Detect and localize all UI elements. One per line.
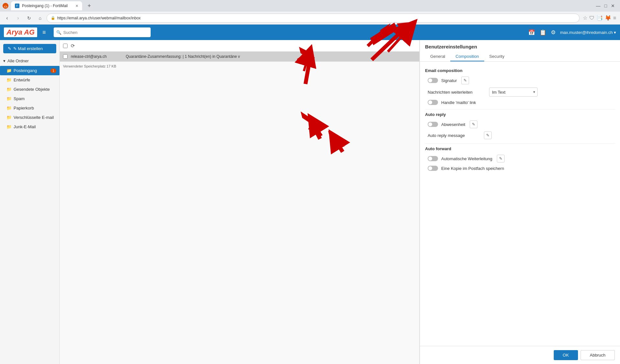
star-icon[interactable]: ☆ bbox=[583, 15, 587, 21]
back-button[interactable]: ‹ bbox=[3, 14, 12, 23]
sidebar-item-junk[interactable]: 📁 Junk-E-Mail bbox=[0, 122, 59, 131]
tab-composition[interactable]: Composition bbox=[450, 52, 484, 61]
cancel-button[interactable]: Abbruch bbox=[581, 350, 615, 360]
bookmark-icon[interactable]: 📑 bbox=[596, 15, 603, 21]
folder-label: Gesendete Objekte bbox=[14, 87, 50, 92]
folder-badge: 1 bbox=[50, 68, 56, 73]
settings-body: Email composition Signatur ✎ Nachrichten… bbox=[420, 62, 620, 346]
menu-icon[interactable]: ≡ bbox=[613, 15, 616, 21]
folder-icon: 📁 bbox=[6, 68, 12, 73]
folder-label: Spam bbox=[14, 96, 25, 101]
user-menu[interactable]: max.muster@ihredomain.ch ▾ bbox=[560, 30, 616, 35]
auto-reply-message-edit-button[interactable]: ✎ bbox=[484, 131, 492, 139]
topbar-right: 📅 📋 ⚙ max.muster@ihredomain.ch ▾ bbox=[528, 29, 616, 36]
logo: Arya AG bbox=[4, 27, 37, 37]
folder-label: Posteingang bbox=[14, 68, 37, 73]
folder-icon: 📁 bbox=[6, 96, 12, 101]
sidebar-item-entwuerfe[interactable]: 📁 Entwürfe bbox=[0, 75, 59, 85]
search-input[interactable] bbox=[54, 27, 151, 37]
signature-label: Signatur bbox=[441, 78, 457, 83]
abwesenheit-edit-button[interactable]: ✎ bbox=[470, 120, 477, 128]
tab-close-button[interactable]: × bbox=[76, 3, 78, 8]
abwesenheit-label: Abwesenheit bbox=[441, 122, 465, 127]
ok-button[interactable]: OK bbox=[554, 350, 578, 360]
home-button[interactable]: ⌂ bbox=[36, 14, 45, 23]
window-maximize-button[interactable]: □ bbox=[604, 3, 607, 8]
forward-button[interactable]: › bbox=[14, 14, 23, 23]
automatische-toggle[interactable] bbox=[428, 156, 438, 161]
tab-security[interactable]: Security bbox=[484, 52, 510, 61]
tab-general[interactable]: General bbox=[425, 52, 450, 61]
reload-button[interactable]: ↻ bbox=[25, 14, 34, 23]
automatische-edit-button[interactable]: ✎ bbox=[497, 155, 505, 162]
browser-toolbar-icons: ☆ 🛡 📑 🦊 ≡ bbox=[582, 15, 617, 21]
handle-mailto-toggle[interactable] bbox=[428, 100, 438, 105]
auto-reply-message-label: Auto reply message bbox=[428, 133, 479, 138]
calendar-icon[interactable]: 📅 bbox=[528, 29, 535, 36]
signature-edit-button[interactable]: ✎ bbox=[461, 77, 469, 84]
window-close-button[interactable]: ✕ bbox=[611, 3, 615, 8]
folder-label: Papierkorb bbox=[14, 106, 34, 110]
tab-title: Posteingang (1) - FortiMail bbox=[22, 4, 68, 8]
folder-icon: 📁 bbox=[6, 115, 12, 120]
folder-label: Verschlüsselte E-mail bbox=[14, 115, 54, 120]
forward-label: Nachrichten weiterleiten bbox=[428, 90, 486, 95]
section-auto-reply: Auto reply Abwesenheit ✎ Auto reply mess… bbox=[425, 109, 615, 141]
window-minimize-button[interactable]: — bbox=[596, 3, 601, 8]
forward-select-wrapper: Im Text Als Anhang ▼ bbox=[489, 88, 538, 97]
folder-label: Entwürfe bbox=[14, 78, 30, 82]
forward-select[interactable]: Im Text Als Anhang bbox=[489, 88, 538, 97]
email-list-header: ⟳ bbox=[60, 40, 419, 52]
new-tab-button[interactable]: + bbox=[85, 1, 94, 10]
shield-icon[interactable]: 🛡 bbox=[589, 15, 594, 21]
auto-reply-title: Auto reply bbox=[425, 109, 615, 119]
hamburger-button[interactable]: ≡ bbox=[41, 28, 47, 37]
section-email-composition: Email composition Signatur ✎ Nachrichten… bbox=[425, 66, 615, 107]
address-lock-icon: 🔒 bbox=[51, 16, 55, 20]
tab-favicon: F bbox=[15, 4, 19, 8]
forward-row: Nachrichten weiterleiten Im Text Als Anh… bbox=[425, 86, 615, 98]
folder-icon: 📁 bbox=[6, 78, 12, 82]
compose-label: ✎ Mail erstellen bbox=[13, 46, 43, 51]
compose-button[interactable]: ✎ ✎ Mail erstellen bbox=[3, 44, 56, 53]
storage-info: Verwendeter Speicherplatz 17 KB bbox=[60, 62, 419, 71]
sidebar-item-gesendet[interactable]: 📁 Gesendete Objekte bbox=[0, 85, 59, 94]
all-folders-label: Alle Ordner bbox=[7, 58, 29, 63]
folder-icon: 📁 bbox=[6, 87, 12, 92]
handle-mailto-row: Handle 'mailto' link bbox=[425, 98, 615, 107]
email-checkbox[interactable] bbox=[63, 54, 68, 59]
sidebar-item-papierkorb[interactable]: 📁 Papierkorb bbox=[0, 103, 59, 113]
search-wrapper: 🔍 bbox=[54, 27, 151, 37]
email-sender: release-ctrl@arya.ch bbox=[71, 54, 123, 59]
select-all-checkbox[interactable] bbox=[63, 44, 68, 48]
firefox-icon: 🦊 bbox=[3, 3, 8, 9]
signature-toggle[interactable] bbox=[428, 78, 438, 83]
email-composition-title: Email composition bbox=[425, 66, 615, 75]
browser-tab[interactable]: F Posteingang (1) - FortiMail × bbox=[11, 1, 82, 10]
chevron-down-icon: ▾ bbox=[3, 58, 5, 63]
compose-icon: ✎ bbox=[8, 46, 11, 51]
handle-mailto-label: Handle 'mailto' link bbox=[441, 100, 476, 105]
address-bar[interactable]: 🔒 https://email.arya.ch/user/webmail/mai… bbox=[47, 14, 580, 23]
sidebar-item-spam[interactable]: 📁 Spam bbox=[0, 94, 59, 103]
email-row[interactable]: release-ctrl@arya.ch Quarantäne-Zusammen… bbox=[60, 52, 419, 62]
sidebar-item-verschluesselt[interactable]: 📁 Verschlüsselte E-mail bbox=[0, 113, 59, 122]
settings-gear-icon[interactable]: ⚙ bbox=[551, 29, 556, 36]
automatische-row: Automatische Weiterleitung ✎ bbox=[425, 153, 615, 164]
all-folders-item[interactable]: ▾ Alle Ordner bbox=[0, 56, 59, 66]
kopie-toggle[interactable] bbox=[428, 166, 438, 171]
window-controls: — □ ✕ bbox=[596, 3, 617, 8]
section-auto-forward: Auto forward Automatische Weiterleitung … bbox=[425, 143, 615, 172]
kopie-label: Eine Kopie im Postfach speichern bbox=[441, 166, 504, 171]
refresh-button[interactable]: ⟳ bbox=[71, 43, 75, 49]
auto-reply-message-row: Auto reply message ✎ bbox=[425, 130, 615, 141]
address-book-icon[interactable]: 📋 bbox=[540, 29, 546, 36]
address-text: https://email.arya.ch/user/webmail/mailb… bbox=[57, 16, 141, 20]
folder-icon: 📁 bbox=[6, 124, 12, 129]
kopie-row: Eine Kopie im Postfach speichern bbox=[425, 164, 615, 172]
abwesenheit-toggle[interactable] bbox=[428, 122, 438, 127]
sidebar-item-posteingang[interactable]: 📁 Posteingang 1 bbox=[0, 66, 59, 75]
fox-icon[interactable]: 🦊 bbox=[605, 15, 611, 21]
signature-row: Signatur ✎ bbox=[425, 75, 615, 86]
folder-icon: 📁 bbox=[6, 106, 12, 110]
